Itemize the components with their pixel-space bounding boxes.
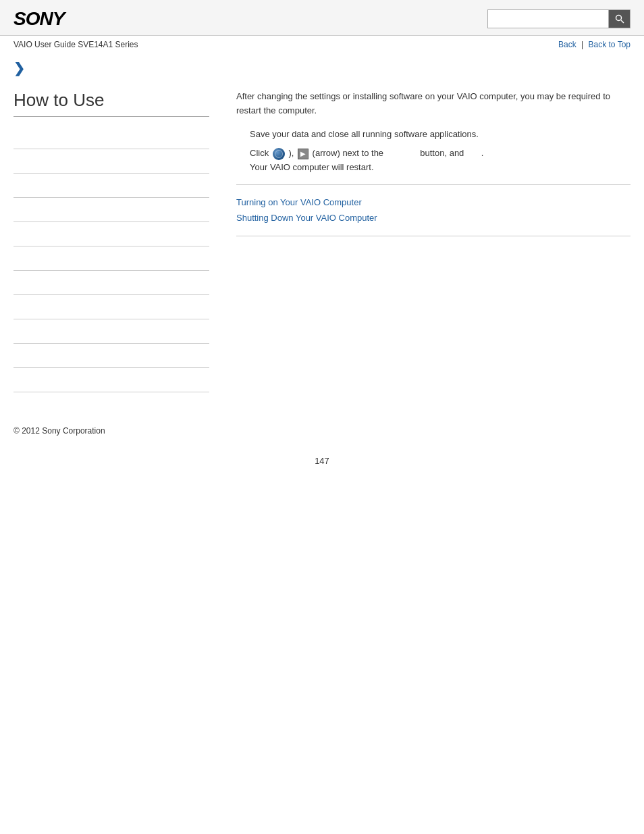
content-links: Turning on Your VAIO Computer Shutting D… xyxy=(236,194,630,226)
list-item xyxy=(14,222,209,246)
list-item xyxy=(14,198,209,222)
svg-point-0 xyxy=(616,16,621,21)
list-item xyxy=(14,149,209,174)
main-content: How to Use After changing the settings o… xyxy=(0,76,644,406)
copyright-text: © 2012 Sony Corporation xyxy=(14,426,630,436)
step-1: Save your data and close all running sof… xyxy=(250,128,630,142)
nav-separator: | xyxy=(581,40,585,49)
list-item xyxy=(14,246,209,271)
step-3: Your VAIO computer will restart. xyxy=(250,162,374,172)
content-intro: After changing the settings or installin… xyxy=(236,90,630,118)
content-divider-top xyxy=(236,184,630,185)
page-footer: © 2012 Sony Corporation xyxy=(0,406,644,449)
start-menu-icon xyxy=(273,148,285,160)
link-shutting-down[interactable]: Shutting Down Your VAIO Computer xyxy=(236,210,630,226)
step2-click-label: Click xyxy=(250,148,269,158)
step-2: Click ), ▶ (arrow) next to the button, a… xyxy=(250,147,630,175)
nav-bar: VAIO User Guide SVE14A1 Series Back | Ba… xyxy=(0,36,644,53)
list-item xyxy=(14,295,209,319)
back-to-top-link[interactable]: Back to Top xyxy=(589,40,630,49)
page-header: SONY xyxy=(0,0,644,36)
breadcrumb-arrow-icon: ❯ xyxy=(14,61,25,76)
svg-line-1 xyxy=(621,20,624,23)
list-item xyxy=(14,125,209,149)
arrow-button-icon: ▶ xyxy=(298,149,308,159)
search-button[interactable] xyxy=(609,9,630,28)
page-number: 147 xyxy=(0,449,644,473)
list-item xyxy=(14,344,209,368)
sony-logo: SONY xyxy=(14,8,64,30)
step2-suffix1: (arrow) next to the xyxy=(313,148,384,158)
search-input[interactable] xyxy=(487,9,609,28)
search-area xyxy=(487,9,630,28)
list-item xyxy=(14,319,209,344)
breadcrumb: ❯ xyxy=(0,53,644,76)
nav-links: Back | Back to Top xyxy=(558,40,630,49)
sidebar-title: How to Use xyxy=(14,90,209,117)
list-item xyxy=(14,174,209,198)
guide-title: VAIO User Guide SVE14A1 Series xyxy=(14,40,138,49)
sidebar: How to Use xyxy=(14,90,223,392)
back-link[interactable]: Back xyxy=(558,40,576,49)
step2-middle: ), xyxy=(288,148,296,158)
step2-end: . xyxy=(481,148,484,158)
content-divider-bottom xyxy=(236,236,630,236)
search-icon xyxy=(614,14,625,24)
step2-suffix2: button, and xyxy=(420,148,464,158)
link-turning-on[interactable]: Turning on Your VAIO Computer xyxy=(236,194,630,210)
content-area: After changing the settings or installin… xyxy=(223,90,630,392)
list-item xyxy=(14,368,209,392)
list-item xyxy=(14,271,209,295)
